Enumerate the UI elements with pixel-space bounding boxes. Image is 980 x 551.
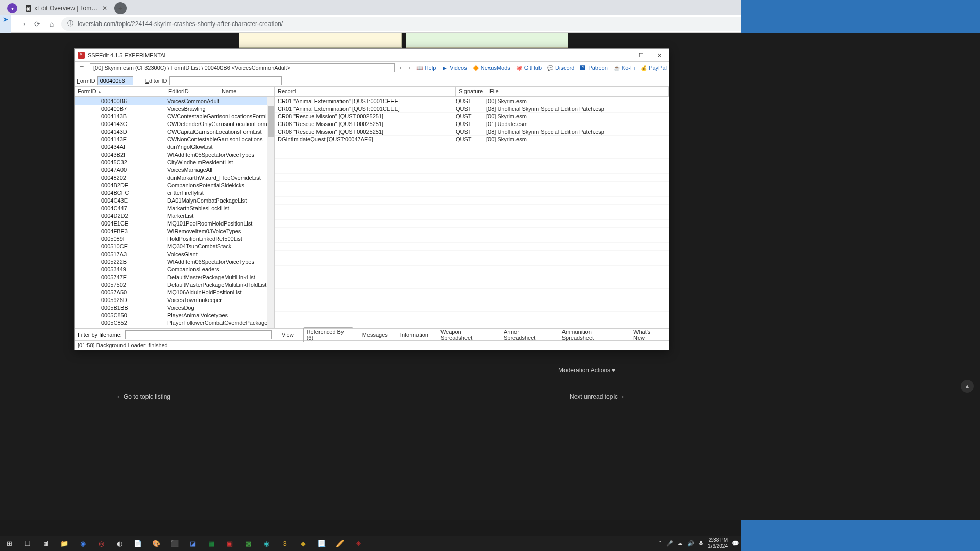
task-view-icon[interactable]: ❐ [18, 536, 37, 551]
record-row[interactable]: 0005747EDefaultMasterPackageMultiLinkLis… [75, 273, 274, 281]
new-tab-button[interactable]: + [114, 2, 127, 14]
app-icon-1[interactable]: ⬛ [165, 536, 184, 551]
bottom-tab[interactable]: Messages [359, 331, 391, 339]
paint-icon[interactable]: 🎨 [147, 536, 165, 551]
minimize-button[interactable]: — [614, 49, 632, 61]
filter-input[interactable] [125, 330, 272, 339]
bottom-tab[interactable]: Weapon Spreadsheet [437, 328, 495, 342]
tray-volume-icon[interactable]: 🔊 [687, 540, 694, 547]
reference-row[interactable]: CR08 "Rescue Mission" [QUST:00025251]QUS… [275, 128, 669, 135]
nav-fwd-icon[interactable]: › [407, 64, 413, 71]
vertical-tab-strip[interactable]: ➤ [0, 15, 11, 35]
tray-mic-icon[interactable]: 🎤 [666, 540, 673, 547]
app-icon-4[interactable]: ◉ [257, 536, 276, 551]
record-list-header[interactable]: FormID EditorID Name [75, 87, 274, 97]
col-editorid[interactable]: EditorID [165, 87, 218, 96]
reference-row[interactable]: CR08 "Rescue Mission" [QUST:00025251]QUS… [275, 112, 669, 120]
record-row[interactable]: 0005C852PlayerFollowerCombatOverridePack… [75, 319, 274, 327]
app-icon-6[interactable]: 🥖 [331, 536, 349, 551]
home-icon[interactable]: ⌂ [47, 20, 56, 28]
minecraft-icon[interactable]: ▩ [239, 536, 257, 551]
toolbar-link-nexusmods[interactable]: 🔶NexusMods [472, 64, 510, 71]
record-row[interactable]: 000510CEMQ304TsunCombatStack [75, 242, 274, 250]
calculator-icon[interactable]: 🖩 [37, 536, 55, 551]
site-info-icon[interactable]: ⓘ [67, 19, 74, 28]
reference-row[interactable]: DGIntimidateQuest [QUST:00047AE6]QUST[00… [275, 135, 669, 143]
toolbar-link-patreon[interactable]: 🅿Patreon [579, 64, 608, 71]
reference-row[interactable]: CR08 "Rescue Mission" [QUST:00025251]QUS… [275, 120, 669, 128]
toolbar-link-discord[interactable]: 💬Discord [547, 64, 574, 71]
record-row[interactable]: 0004143DCWCapitalGarrisonLocationsFormLi… [75, 128, 274, 135]
record-row[interactable]: 0004143BCWContestableGarrisonLocationsFo… [75, 112, 274, 120]
tray-cloud-icon[interactable]: ☁ [677, 540, 683, 547]
close-icon[interactable]: ✕ [102, 5, 107, 12]
tray-chevron-icon[interactable]: ˄ [659, 540, 662, 547]
reference-row[interactable]: CR01 "Animal Extermination" [QUST:0001CE… [275, 105, 669, 112]
excel-icon[interactable]: ▦ [202, 536, 220, 551]
record-row[interactable]: 000400B7VoicesBrawling [75, 105, 274, 112]
chrome-icon[interactable]: ◉ [74, 536, 92, 551]
bottom-tab[interactable]: Information [397, 331, 431, 339]
bottom-tab[interactable]: Ammunition Spreadsheet [559, 328, 624, 342]
col-record[interactable]: Record [275, 87, 456, 96]
record-row[interactable]: 0004BCFCcritterFireflylist [75, 189, 274, 196]
close-button[interactable]: ✕ [650, 49, 669, 61]
toolbar-link-help[interactable]: 📖Help [416, 64, 436, 71]
notification-icon[interactable]: 💬 [732, 540, 739, 547]
col-file[interactable]: File [486, 87, 669, 96]
reference-row[interactable]: CR01 "Animal Extermination" [QUST:0001CE… [275, 97, 669, 105]
bottom-tab[interactable]: Armor Spreadsheet [501, 328, 553, 342]
steam-icon[interactable]: ◐ [110, 536, 129, 551]
forward-icon[interactable]: → [18, 20, 28, 28]
record-row[interactable]: 0005B1BBVoicesDog [75, 304, 274, 311]
hamburger-icon[interactable]: ≡ [77, 64, 87, 72]
record-row[interactable]: 00048202dunMarkarthWizard_FleeOverrideLi… [75, 173, 274, 181]
app-icon-5[interactable]: 3 [276, 536, 294, 551]
record-row[interactable]: 0005222BWIAddItem06SpectatorVoiceTypes [75, 258, 274, 265]
record-row[interactable]: 00057502DefaultMasterPackageMultiLinkHol… [75, 281, 274, 288]
record-row[interactable]: 0004B2DECompanionsPotentialSidekicks [75, 181, 274, 189]
record-row[interactable]: 0005926DVoicesTownInnkeeper [75, 296, 274, 304]
next-unread-topic-link[interactable]: Next unread topic› [570, 393, 624, 400]
bottom-tab[interactable]: View [279, 331, 297, 339]
record-row[interactable]: 0004143ECWNonContestableGarrisonLocation… [75, 135, 274, 143]
record-row[interactable]: 00043B2FWIAddItem05SpectatorVoiceTypes [75, 151, 274, 158]
moderation-actions-dropdown[interactable]: Moderation Actions [558, 367, 615, 374]
bottom-tab[interactable]: Referenced By (6) [303, 327, 353, 342]
record-row[interactable]: 00057A50MQ106AlduinHoldPositionList [75, 288, 274, 296]
col-signature[interactable]: Signature [456, 87, 486, 96]
toolbar-link-github[interactable]: 🐙GitHub [516, 64, 542, 71]
record-row[interactable]: 0005089FHoldPositionLinkedRef500List [75, 235, 274, 242]
record-row[interactable]: 00053449CompanionsLeaders [75, 265, 274, 273]
scroll-to-top-button[interactable]: ▲ [961, 380, 974, 393]
toolbar-link-paypal[interactable]: 💰PayPal [640, 64, 667, 71]
go-to-topic-listing-link[interactable]: ‹Go to topic listing [117, 393, 170, 400]
record-row[interactable]: 0004E1CEMQ101PoolRoomHoldPositionList [75, 219, 274, 227]
record-row[interactable]: 000434AFdunYngolGlowList [75, 143, 274, 151]
opera-gx-icon[interactable]: ◎ [92, 536, 110, 551]
toolbar-link-ko-fi[interactable]: ☕Ko-Fi [613, 64, 635, 71]
reload-icon[interactable]: ⟳ [33, 20, 42, 28]
tray-network-icon[interactable]: 🖧 [698, 540, 704, 546]
maximize-button[interactable]: ☐ [632, 49, 650, 61]
system-clock[interactable]: 2:38 PM 1/6/2024 [708, 537, 728, 549]
address-bar[interactable]: ⓘ loverslab.com/topic/224144-skyrim-cras… [61, 17, 803, 31]
col-formid[interactable]: FormID [75, 87, 165, 96]
bottom-tab[interactable]: What's New [630, 328, 665, 342]
record-row[interactable]: 0004143CCWDefenderOnlyGarrisonLocationFo… [75, 120, 274, 128]
nav-back-icon[interactable]: ‹ [398, 64, 404, 71]
record-row[interactable]: 00047A00VoicesMarriageAll [75, 166, 274, 173]
formid-input[interactable] [97, 76, 133, 85]
sseedit-taskbar-icon[interactable]: ✳ [349, 536, 368, 551]
record-row[interactable]: 00045C32CityWindhelmResidentList [75, 158, 274, 166]
explorer-icon[interactable]: 📁 [55, 536, 74, 551]
app-icon-3[interactable]: ▣ [220, 536, 239, 551]
toolbar-link-videos[interactable]: ▶Videos [441, 64, 467, 71]
record-path-box[interactable]: [00] Skyrim.esm (CF32300C) \ FormID List… [90, 63, 395, 72]
window-titlebar[interactable]: SSEEdit 4.1.5 EXPERIMENTAL — ☐ ✕ [75, 49, 669, 61]
text-file-icon[interactable]: 📃 [312, 536, 331, 551]
scrollbar[interactable] [267, 97, 274, 328]
record-row[interactable]: 000400B6VoicesCommonAdult [75, 97, 274, 105]
record-row[interactable]: 0004C447MarkarthStablesLockList [75, 204, 274, 212]
record-row[interactable]: 0005C850PlayerAnimalVoicetypes [75, 311, 274, 319]
